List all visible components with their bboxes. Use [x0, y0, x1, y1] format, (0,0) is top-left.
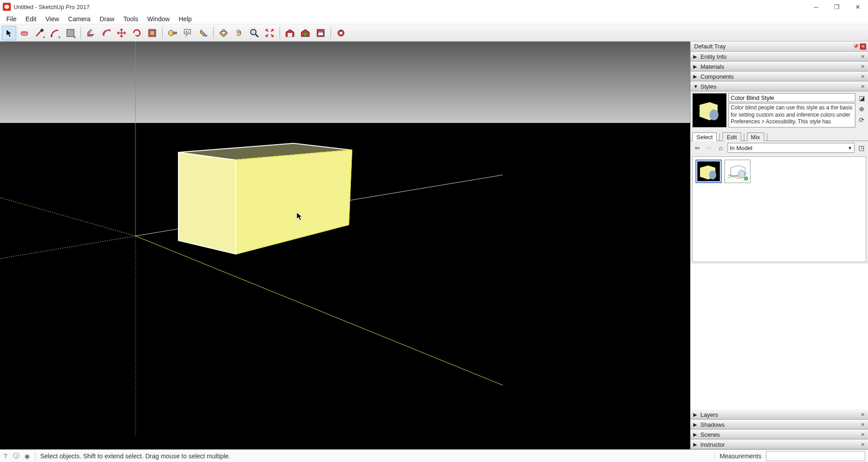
- style-tab-select[interactable]: Select: [692, 132, 717, 141]
- style-details-icon[interactable]: ◳: [856, 143, 866, 153]
- style-tab-mix[interactable]: Mix: [747, 132, 764, 141]
- svg-line-31: [0, 236, 135, 259]
- measurements-field[interactable]: [766, 451, 865, 461]
- panel-header-instructor[interactable]: ▶Instructor✕: [691, 439, 868, 449]
- panel-close-icon[interactable]: ✕: [859, 54, 866, 60]
- menu-help[interactable]: Help: [174, 14, 196, 24]
- tool-scale[interactable]: [145, 26, 159, 40]
- style-thumbnails: +: [692, 156, 866, 262]
- svg-point-4: [51, 35, 52, 37]
- panel-header-scenes[interactable]: ▶Scenes✕: [691, 429, 868, 439]
- close-button[interactable]: ✕: [847, 0, 868, 14]
- measurements-label: Measurements: [714, 453, 766, 460]
- tool-tape[interactable]: [165, 26, 180, 40]
- tool-pushpull[interactable]: [84, 26, 98, 40]
- style-collection-select[interactable]: In Model ▼: [728, 143, 854, 153]
- menu-window[interactable]: Window: [143, 14, 174, 24]
- menu-camera[interactable]: Camera: [64, 14, 95, 24]
- tray-title: Default Tray: [694, 43, 852, 50]
- svg-rect-24: [318, 33, 323, 35]
- panel-header-materials[interactable]: ▶Materials✕: [691, 61, 868, 71]
- panel-styles-body: Color blind people can use this style as…: [691, 91, 868, 264]
- tool-arcs[interactable]: ▼: [48, 26, 62, 40]
- panel-close-icon[interactable]: ✕: [859, 84, 866, 90]
- tool-zoom-extents[interactable]: [262, 26, 277, 40]
- svg-marker-35: [178, 152, 236, 254]
- style-name-field[interactable]: [728, 93, 855, 102]
- tool-lines[interactable]: ▼: [33, 26, 47, 40]
- info-icon[interactable]: ⓘ: [11, 452, 22, 460]
- help-icon[interactable]: ?: [0, 453, 11, 460]
- tray-spacer: [691, 264, 868, 410]
- svg-rect-2: [21, 32, 28, 33]
- svg-text:A1: A1: [185, 30, 190, 34]
- style-update-icon[interactable]: ⟳: [858, 116, 866, 124]
- tool-zoom[interactable]: [247, 26, 261, 40]
- panel-header-components[interactable]: ▶Components✕: [691, 71, 868, 81]
- tool-pan[interactable]: [232, 26, 246, 40]
- svg-rect-11: [173, 32, 177, 34]
- tool-move[interactable]: [114, 26, 129, 40]
- tool-eraser[interactable]: [17, 26, 32, 40]
- menu-file[interactable]: File: [2, 14, 21, 24]
- svg-rect-20: [288, 33, 292, 37]
- menu-view[interactable]: View: [41, 14, 64, 24]
- panel-close-icon[interactable]: ✕: [859, 432, 866, 438]
- svg-rect-9: [150, 31, 154, 35]
- style-thumb-1[interactable]: [695, 160, 722, 183]
- nav-forward-icon[interactable]: ⇨: [704, 143, 714, 153]
- svg-point-27: [340, 30, 342, 32]
- tray-header[interactable]: Default Tray 📌 ✕: [691, 42, 868, 52]
- svg-rect-25: [318, 31, 323, 32]
- panel-header-layers[interactable]: ▶Layers✕: [691, 410, 868, 420]
- menu-tools[interactable]: Tools: [119, 14, 143, 24]
- panel-header-entity-info[interactable]: ▶Entity Info✕: [691, 52, 868, 61]
- user-icon[interactable]: ◉: [22, 453, 33, 460]
- panel-close-icon[interactable]: ✕: [859, 412, 866, 418]
- svg-text:+: +: [745, 177, 747, 181]
- panel-close-icon[interactable]: ✕: [859, 74, 866, 80]
- viewport-3d[interactable]: [0, 42, 690, 449]
- close-tray-icon[interactable]: ✕: [860, 43, 866, 50]
- app-icon: [3, 3, 11, 11]
- svg-point-17: [251, 29, 256, 35]
- nav-back-icon[interactable]: ⇦: [692, 143, 702, 153]
- tool-shapes[interactable]: ▼: [63, 26, 78, 40]
- style-tab-edit[interactable]: Edit: [723, 132, 741, 141]
- panel-close-icon[interactable]: ✕: [859, 442, 866, 448]
- panel-close-icon[interactable]: ✕: [859, 64, 866, 70]
- svg-line-32: [135, 236, 503, 385]
- tool-ext-warehouse[interactable]: [298, 26, 313, 40]
- menu-edit[interactable]: Edit: [21, 14, 41, 24]
- style-display-options-icon[interactable]: ◪: [858, 94, 866, 102]
- tool-warehouse[interactable]: [283, 26, 297, 40]
- minimize-button[interactable]: ─: [806, 0, 826, 14]
- svg-marker-36: [236, 150, 352, 254]
- maximize-button[interactable]: ❐: [826, 0, 847, 14]
- style-preview-thumbnail[interactable]: [692, 93, 727, 127]
- panel-header-styles[interactable]: ▼Styles✕: [691, 81, 868, 91]
- style-description: Color blind people can use this style as…: [728, 103, 855, 127]
- style-create-icon[interactable]: ⊕: [858, 105, 866, 113]
- tool-paint[interactable]: [196, 26, 210, 40]
- menubar: FileEditViewCameraDrawToolsWindowHelp: [0, 14, 868, 24]
- pin-icon[interactable]: 📌: [853, 43, 859, 50]
- tool-offset[interactable]: [99, 26, 113, 40]
- tool-text[interactable]: A1: [181, 26, 195, 40]
- toolbar: ▼▼▼A1: [0, 24, 868, 42]
- tool-select[interactable]: [2, 26, 16, 40]
- tool-layout[interactable]: [313, 26, 328, 40]
- tool-extensions[interactable]: [334, 26, 348, 40]
- titlebar: Untitled - SketchUp Pro 2017 ─ ❐ ✕: [0, 0, 868, 14]
- tool-orbit[interactable]: [216, 26, 231, 40]
- statusbar: ? ⓘ ◉ Select objects. Shift to extend se…: [0, 449, 868, 462]
- style-thumb-2[interactable]: +: [724, 160, 751, 183]
- panel-header-shadows[interactable]: ▶Shadows✕: [691, 420, 868, 429]
- svg-point-50: [738, 170, 745, 178]
- panel-close-icon[interactable]: ✕: [859, 422, 866, 428]
- svg-point-14: [205, 35, 207, 37]
- menu-draw[interactable]: Draw: [95, 14, 119, 24]
- tool-rotate[interactable]: [130, 26, 144, 40]
- nav-home-icon[interactable]: ⌂: [716, 143, 726, 153]
- svg-point-16: [222, 29, 225, 37]
